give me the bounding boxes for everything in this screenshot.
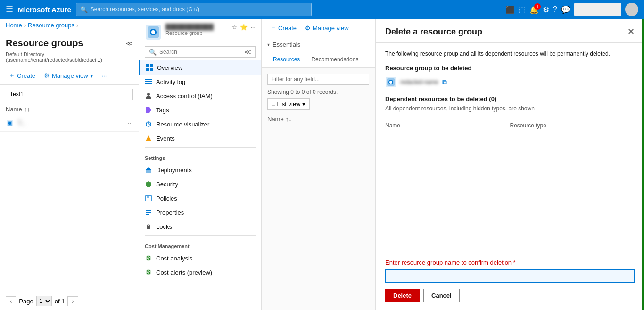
content-manage-view-label: Manage view bbox=[313, 25, 349, 32]
sidebar-item-security[interactable]: Security bbox=[139, 177, 261, 191]
delete-confirm-button[interactable]: Delete bbox=[385, 289, 420, 302]
sidebar-item-overview-label: Overview bbox=[157, 64, 182, 71]
sidebar-item-events[interactable]: Events bbox=[139, 131, 261, 145]
delete-col-name-header: Name bbox=[385, 122, 510, 129]
mid-panel-header: ████████████ Resource group ☆ ⭐ ··· bbox=[139, 19, 261, 43]
rg-create-label: Create bbox=[17, 72, 35, 79]
svg-rect-27 bbox=[147, 226, 150, 229]
sidebar-item-activity-log[interactable]: Activity log bbox=[139, 75, 261, 89]
mid-search-input[interactable] bbox=[159, 49, 241, 55]
essentials-chevron-icon[interactable]: ▾ bbox=[267, 42, 270, 47]
rg-next-page-button[interactable]: › bbox=[67, 296, 78, 306]
user-avatar[interactable] bbox=[625, 3, 638, 16]
rg-page-of: of 1 bbox=[55, 298, 65, 305]
essentials-label: Essentials bbox=[272, 41, 300, 48]
delete-confirm-required-marker: * bbox=[513, 259, 515, 266]
delete-confirm-input[interactable] bbox=[385, 269, 635, 283]
global-search-input[interactable] bbox=[91, 6, 307, 13]
resource-group-nav-panel: ████████████ Resource group ☆ ⭐ ··· 🔍 ≪ … bbox=[139, 19, 262, 310]
sidebar-item-resource-visualizer[interactable]: Resource visualizer bbox=[139, 117, 261, 131]
delete-table-header: Name Resource type bbox=[385, 119, 635, 132]
mid-search-bar[interactable]: 🔍 ≪ bbox=[145, 46, 256, 58]
list-view-icon: ≡ bbox=[272, 101, 275, 108]
favorite-icon[interactable]: ☆ bbox=[231, 24, 237, 31]
rg-list-item-more-button[interactable]: ··· bbox=[127, 119, 133, 127]
sidebar-item-locks-label: Locks bbox=[156, 223, 172, 230]
svg-rect-13 bbox=[145, 83, 152, 84]
sidebar-item-properties-label: Properties bbox=[156, 209, 184, 216]
delete-cancel-button[interactable]: Cancel bbox=[423, 289, 460, 302]
notifications-icon[interactable]: 🔔 1 bbox=[529, 5, 539, 14]
account-switcher[interactable] bbox=[574, 3, 621, 16]
sidebar-item-tags-label: Tags bbox=[156, 107, 169, 114]
content-showing-text: Showing 0 to 0 of 0 records. bbox=[267, 89, 369, 95]
tab-recommendations[interactable]: Recommendations bbox=[305, 52, 364, 67]
search-icon: 🔍 bbox=[80, 6, 88, 13]
svg-rect-20 bbox=[146, 170, 151, 173]
sidebar-item-cost-analysis[interactable]: $ Cost analysis bbox=[139, 251, 261, 265]
list-view-button[interactable]: ≡ List view ▾ bbox=[267, 98, 310, 110]
svg-marker-21 bbox=[146, 167, 151, 170]
settings-divider bbox=[145, 147, 256, 148]
top-navigation: ☰ Microsoft Azure 🔍 ⬛ ⬚ 🔔 1 ⚙ ? 💬 bbox=[0, 0, 644, 19]
rg-filter-input[interactable] bbox=[6, 89, 133, 100]
delete-warning-text: The following resource group and all its… bbox=[385, 50, 635, 57]
sidebar-item-overview[interactable]: Overview bbox=[139, 60, 261, 75]
sidebar-item-tags[interactable]: Tags bbox=[139, 103, 261, 117]
plus-icon: ＋ bbox=[270, 24, 276, 32]
overview-icon bbox=[146, 64, 153, 71]
delete-resource-group-panel: Delete a resource group ✕ The following … bbox=[375, 19, 644, 310]
svg-rect-7 bbox=[146, 64, 149, 67]
content-tabs: Resources Recommendations bbox=[262, 52, 375, 68]
rg-panel-collapse-button[interactable]: ≪ bbox=[126, 40, 133, 47]
pin-icon[interactable]: ⭐ bbox=[240, 24, 248, 31]
delete-rg-row: redacted-name ⧉ bbox=[385, 76, 635, 88]
sort-icon[interactable]: ↑↓ bbox=[24, 106, 30, 113]
content-manage-view-button[interactable]: ⚙ Manage view bbox=[302, 23, 352, 34]
breadcrumb-home[interactable]: Home bbox=[6, 22, 22, 29]
svg-point-35 bbox=[389, 81, 392, 84]
rg-panel-title: Resource groups bbox=[6, 38, 83, 49]
rg-subtitle: Default Directory (username/tenant/redac… bbox=[0, 51, 139, 67]
deployments-icon bbox=[145, 166, 152, 174]
sidebar-item-locks[interactable]: Locks bbox=[139, 219, 261, 234]
rg-more-button[interactable]: ··· bbox=[99, 70, 110, 81]
events-icon bbox=[145, 134, 152, 142]
sidebar-item-cost-alerts-label: Cost alerts (preview) bbox=[156, 269, 212, 276]
content-create-button[interactable]: ＋ Create bbox=[267, 22, 299, 34]
help-icon[interactable]: ? bbox=[553, 5, 557, 14]
svg-rect-25 bbox=[146, 212, 151, 213]
cloud-shell-icon[interactable]: ⬛ bbox=[505, 5, 515, 14]
cost-alerts-icon: $ bbox=[145, 268, 152, 276]
sidebar-item-deployments[interactable]: Deployments bbox=[139, 163, 261, 177]
rg-manage-view-label: Manage view bbox=[52, 72, 88, 79]
directory-icon[interactable]: ⬚ bbox=[519, 5, 526, 14]
sidebar-item-cost-alerts[interactable]: $ Cost alerts (preview) bbox=[139, 265, 261, 279]
rg-create-button[interactable]: ＋ Create bbox=[6, 69, 38, 82]
sidebar-item-access-control[interactable]: Access control (IAM) bbox=[139, 89, 261, 103]
more-icon[interactable]: ··· bbox=[250, 24, 256, 31]
rg-list-item[interactable]: T... ··· bbox=[0, 115, 139, 132]
content-filter-input[interactable] bbox=[267, 74, 369, 85]
global-search-box[interactable]: 🔍 bbox=[76, 3, 312, 16]
feedback-icon[interactable]: 💬 bbox=[561, 5, 570, 14]
delete-panel-footer: Enter resource group name to confirm del… bbox=[376, 251, 644, 310]
settings-icon[interactable]: ⚙ bbox=[543, 5, 549, 14]
sidebar-item-cost-analysis-label: Cost analysis bbox=[156, 255, 192, 262]
mid-header-info: ████████████ Resource group bbox=[165, 24, 228, 36]
copy-icon[interactable]: ⧉ bbox=[442, 78, 447, 86]
sidebar-item-properties[interactable]: Properties bbox=[139, 205, 261, 219]
cost-management-section-label: Cost Management bbox=[139, 238, 261, 251]
rg-page-select[interactable]: 1 bbox=[36, 296, 52, 306]
hamburger-menu-button[interactable]: ☰ bbox=[6, 4, 13, 15]
content-col-sort-icon[interactable]: ↑↓ bbox=[286, 116, 292, 123]
rg-manage-view-button[interactable]: ⚙ Manage view ▾ bbox=[41, 70, 96, 81]
rg-prev-page-button[interactable]: ‹ bbox=[6, 296, 16, 306]
list-view-chevron-icon: ▾ bbox=[302, 101, 305, 108]
breadcrumb-resource-groups[interactable]: Resource groups bbox=[28, 22, 74, 29]
green-bar-decoration bbox=[642, 19, 644, 310]
sidebar-item-policies[interactable]: Policies bbox=[139, 191, 261, 205]
tab-resources[interactable]: Resources bbox=[267, 52, 305, 67]
mid-collapse-icon[interactable]: ≪ bbox=[244, 48, 251, 56]
delete-panel-close-button[interactable]: ✕ bbox=[627, 26, 635, 37]
